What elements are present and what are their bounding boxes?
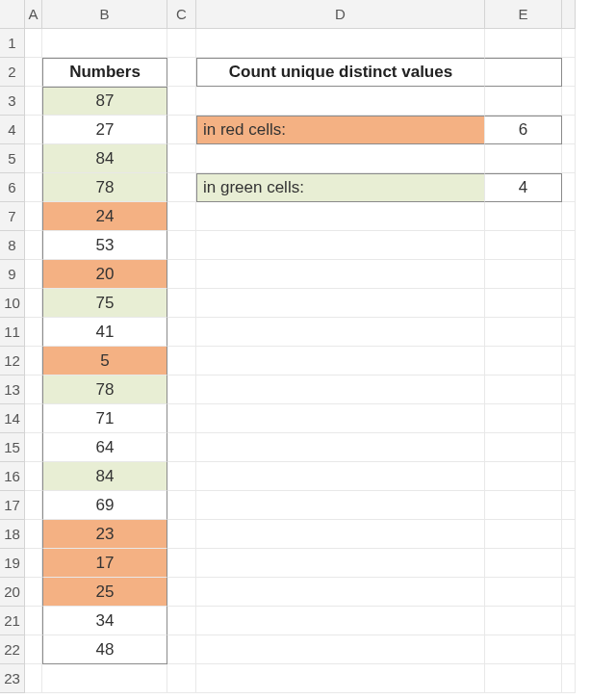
number-cell[interactable]: 64	[42, 433, 167, 462]
cell-E21[interactable]	[485, 607, 562, 635]
cell-C17[interactable]	[167, 491, 196, 520]
cell-E3[interactable]	[485, 87, 562, 116]
cell-C1[interactable]	[167, 29, 196, 58]
cell-F14[interactable]	[562, 404, 576, 433]
number-cell[interactable]: 17	[42, 549, 167, 578]
number-cell[interactable]: 24	[42, 202, 167, 231]
count-title[interactable]: Count unique distinct values	[196, 58, 485, 87]
cell-A7[interactable]	[25, 202, 42, 231]
cell-A10[interactable]	[25, 289, 42, 318]
cell-C18[interactable]	[167, 520, 196, 549]
row-header[interactable]: 12	[0, 347, 25, 375]
col-header-D[interactable]: D	[196, 0, 485, 29]
cell-A15[interactable]	[25, 433, 42, 462]
cell-A9[interactable]	[25, 260, 42, 289]
green-label[interactable]: in green cells:	[196, 173, 485, 202]
cell-A21[interactable]	[25, 607, 42, 635]
row-header[interactable]: 1	[0, 29, 25, 58]
cell-C7[interactable]	[167, 202, 196, 231]
cell-F1[interactable]	[562, 29, 576, 58]
cell-F13[interactable]	[562, 375, 576, 404]
cell-F7[interactable]	[562, 202, 576, 231]
cell-E2[interactable]	[485, 58, 562, 87]
cell-F15[interactable]	[562, 433, 576, 462]
number-cell[interactable]: 87	[42, 87, 167, 116]
cell-A19[interactable]	[25, 549, 42, 578]
cell-E1[interactable]	[485, 29, 562, 58]
cell-F2[interactable]	[562, 58, 576, 87]
red-label[interactable]: in red cells:	[196, 116, 485, 144]
row-header[interactable]: 6	[0, 173, 25, 202]
row-header[interactable]: 20	[0, 578, 25, 607]
cell-A18[interactable]	[25, 520, 42, 549]
cell-E22[interactable]	[485, 635, 562, 664]
number-cell[interactable]: 23	[42, 520, 167, 549]
cell-C13[interactable]	[167, 375, 196, 404]
row-header[interactable]: 5	[0, 144, 25, 173]
cell-C19[interactable]	[167, 549, 196, 578]
red-result[interactable]: 6	[485, 116, 562, 144]
cell-E5[interactable]	[485, 144, 562, 173]
cell-A8[interactable]	[25, 231, 42, 260]
cell-D23[interactable]	[196, 664, 485, 693]
cell-A5[interactable]	[25, 144, 42, 173]
cell-F4[interactable]	[562, 116, 576, 144]
number-cell[interactable]: 84	[42, 462, 167, 491]
row-header[interactable]: 4	[0, 116, 25, 144]
row-header[interactable]: 7	[0, 202, 25, 231]
cell-E14[interactable]	[485, 404, 562, 433]
cell-E10[interactable]	[485, 289, 562, 318]
cell-E17[interactable]	[485, 491, 562, 520]
cell-D14[interactable]	[196, 404, 485, 433]
row-header[interactable]: 15	[0, 433, 25, 462]
row-header[interactable]: 3	[0, 87, 25, 116]
row-header[interactable]: 18	[0, 520, 25, 549]
cell-F6[interactable]	[562, 173, 576, 202]
cell-F17[interactable]	[562, 491, 576, 520]
number-cell[interactable]: 34	[42, 607, 167, 635]
row-header[interactable]: 16	[0, 462, 25, 491]
cell-E19[interactable]	[485, 549, 562, 578]
cell-C9[interactable]	[167, 260, 196, 289]
row-header[interactable]: 21	[0, 607, 25, 635]
cell-D19[interactable]	[196, 549, 485, 578]
number-cell[interactable]: 48	[42, 635, 167, 664]
cell-D3[interactable]	[196, 87, 485, 116]
number-cell[interactable]: 84	[42, 144, 167, 173]
cell-C8[interactable]	[167, 231, 196, 260]
cell-F19[interactable]	[562, 549, 576, 578]
cell-F22[interactable]	[562, 635, 576, 664]
col-header-C[interactable]: C	[167, 0, 196, 29]
cell-A16[interactable]	[25, 462, 42, 491]
cell-E15[interactable]	[485, 433, 562, 462]
number-cell[interactable]: 20	[42, 260, 167, 289]
cell-F20[interactable]	[562, 578, 576, 607]
number-cell[interactable]: 69	[42, 491, 167, 520]
number-cell[interactable]: 75	[42, 289, 167, 318]
cell-F8[interactable]	[562, 231, 576, 260]
cell-D22[interactable]	[196, 635, 485, 664]
cell-F9[interactable]	[562, 260, 576, 289]
row-header[interactable]: 17	[0, 491, 25, 520]
green-result[interactable]: 4	[485, 173, 562, 202]
cell-A13[interactable]	[25, 375, 42, 404]
number-cell[interactable]: 78	[42, 375, 167, 404]
cell-A1[interactable]	[25, 29, 42, 58]
cell-C6[interactable]	[167, 173, 196, 202]
cell-D17[interactable]	[196, 491, 485, 520]
row-header[interactable]: 11	[0, 318, 25, 347]
number-cell[interactable]: 5	[42, 347, 167, 375]
cell-E11[interactable]	[485, 318, 562, 347]
cell-F5[interactable]	[562, 144, 576, 173]
cell-C4[interactable]	[167, 116, 196, 144]
spreadsheet-grid[interactable]: A B C D E 1 2 Numbers Count unique disti…	[0, 0, 616, 693]
cell-A3[interactable]	[25, 87, 42, 116]
number-cell[interactable]: 27	[42, 116, 167, 144]
cell-C21[interactable]	[167, 607, 196, 635]
cell-D1[interactable]	[196, 29, 485, 58]
row-header[interactable]: 22	[0, 635, 25, 664]
cell-E16[interactable]	[485, 462, 562, 491]
cell-B1[interactable]	[42, 29, 167, 58]
number-cell[interactable]: 41	[42, 318, 167, 347]
cell-A22[interactable]	[25, 635, 42, 664]
